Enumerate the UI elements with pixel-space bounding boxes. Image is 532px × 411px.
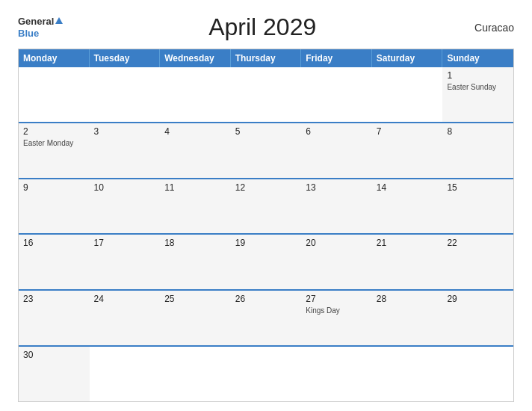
cell-w5-d1: 23 — [19, 291, 90, 345]
cell-w3-d2: 10 — [90, 179, 161, 234]
week-3: 9101112131415 — [19, 178, 513, 234]
logo-blue-text: Blue — [18, 28, 63, 40]
cell-w1-d4 — [231, 67, 302, 122]
header-thursday: Thursday — [231, 49, 302, 67]
cell-w1-d6 — [372, 67, 443, 122]
cell-w2-d6: 7 — [372, 123, 443, 178]
header-friday: Friday — [301, 49, 372, 67]
day-number: 8 — [447, 126, 509, 137]
page-title: April 2029 — [63, 13, 462, 41]
header: General Blue April 2029 Curacao — [18, 13, 514, 41]
day-number: 5 — [235, 126, 297, 137]
day-number: 29 — [447, 294, 509, 304]
day-number: 20 — [306, 238, 368, 248]
day-number: 6 — [306, 126, 368, 137]
day-event: Kings Day — [306, 306, 368, 315]
cell-w1-d5 — [301, 67, 372, 122]
cell-w1-d2 — [90, 67, 161, 122]
day-number: 26 — [235, 294, 297, 304]
cell-w4-d6: 21 — [372, 235, 443, 289]
day-number: 4 — [164, 126, 226, 137]
region-label: Curacao — [462, 22, 514, 34]
cell-w2-d1: 2Easter Monday — [19, 123, 90, 178]
cell-w3-d7: 15 — [442, 179, 513, 234]
cell-w5-d6: 28 — [372, 291, 443, 345]
calendar-body: 1Easter Sunday2Easter Monday345678910111… — [19, 67, 513, 401]
week-6: 30 — [19, 345, 513, 401]
week-1: 1Easter Sunday — [19, 67, 513, 122]
cell-w2-d4: 5 — [231, 123, 302, 178]
day-event: Easter Monday — [23, 138, 85, 148]
cell-w5-d3: 25 — [160, 291, 231, 345]
cell-w4-d1: 16 — [19, 235, 90, 289]
cell-w6-d4 — [231, 347, 302, 401]
cell-w6-d3 — [160, 347, 231, 401]
cell-w4-d7: 22 — [442, 235, 513, 289]
day-number: 19 — [235, 238, 297, 248]
week-2: 2Easter Monday345678 — [19, 122, 513, 178]
day-number: 2 — [23, 126, 85, 137]
cell-w2-d3: 4 — [160, 123, 231, 178]
day-number: 14 — [377, 182, 439, 193]
cell-w1-d1 — [19, 67, 90, 122]
cell-w6-d5 — [301, 347, 372, 401]
day-number: 13 — [306, 182, 368, 193]
logo-general-text: General — [18, 16, 54, 28]
page: General Blue April 2029 Curacao Monday T… — [0, 0, 532, 411]
header-saturday: Saturday — [372, 49, 443, 67]
day-number: 22 — [447, 238, 509, 248]
day-number: 3 — [94, 126, 156, 137]
day-number: 25 — [164, 294, 226, 304]
day-number: 7 — [377, 126, 439, 137]
day-number: 11 — [164, 182, 226, 193]
cell-w3-d1: 9 — [19, 179, 90, 234]
cell-w2-d5: 6 — [301, 123, 372, 178]
day-number: 18 — [164, 238, 226, 248]
day-number: 28 — [377, 294, 439, 304]
day-number: 23 — [23, 294, 85, 304]
week-4: 16171819202122 — [19, 233, 513, 289]
day-number: 9 — [23, 182, 85, 193]
cell-w5-d4: 26 — [231, 291, 302, 345]
cell-w1-d7: 1Easter Sunday — [442, 67, 513, 122]
cell-w3-d6: 14 — [372, 179, 443, 234]
day-number: 30 — [23, 350, 85, 360]
day-number: 17 — [94, 238, 156, 248]
cell-w4-d5: 20 — [301, 235, 372, 289]
day-number: 12 — [235, 182, 297, 193]
cell-w4-d3: 18 — [160, 235, 231, 289]
day-number: 21 — [377, 238, 439, 248]
header-monday: Monday — [19, 49, 90, 67]
cell-w5-d5: 27Kings Day — [301, 291, 372, 345]
day-number: 27 — [306, 294, 368, 304]
cell-w3-d4: 12 — [231, 179, 302, 234]
header-tuesday: Tuesday — [90, 49, 161, 67]
header-wednesday: Wednesday — [160, 49, 231, 67]
day-number: 15 — [447, 182, 509, 193]
calendar: Monday Tuesday Wednesday Thursday Friday… — [18, 49, 514, 402]
cell-w4-d4: 19 — [231, 235, 302, 289]
day-number: 10 — [94, 182, 156, 193]
cell-w3-d5: 13 — [301, 179, 372, 234]
cell-w6-d2 — [90, 347, 161, 401]
logo: General Blue — [18, 16, 63, 39]
cell-w6-d1: 30 — [19, 347, 90, 401]
logo-triangle-icon — [55, 17, 63, 24]
day-number: 16 — [23, 238, 85, 248]
cell-w1-d3 — [160, 67, 231, 122]
cell-w5-d7: 29 — [442, 291, 513, 345]
day-number: 24 — [94, 294, 156, 304]
week-5: 2324252627Kings Day2829 — [19, 289, 513, 345]
cell-w5-d2: 24 — [90, 291, 161, 345]
cell-w4-d2: 17 — [90, 235, 161, 289]
cell-w6-d7 — [442, 347, 513, 401]
cell-w2-d7: 8 — [442, 123, 513, 178]
cell-w6-d6 — [372, 347, 443, 401]
cell-w3-d3: 11 — [160, 179, 231, 234]
cell-w2-d2: 3 — [90, 123, 161, 178]
header-sunday: Sunday — [442, 49, 513, 67]
calendar-header: Monday Tuesday Wednesday Thursday Friday… — [19, 49, 513, 67]
day-number: 1 — [447, 70, 509, 81]
day-event: Easter Sunday — [447, 82, 509, 92]
